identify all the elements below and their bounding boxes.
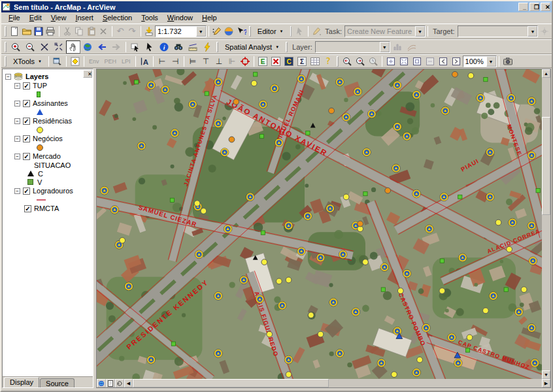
menu-item-window[interactable]: Window [163,13,197,22]
scroll-left-icon[interactable]: ◀ [124,379,133,387]
arccatalog-button[interactable] [223,25,235,38]
open-button[interactable] [20,25,32,38]
find-button[interactable] [171,41,186,54]
zoom-next-button[interactable] [354,56,367,67]
hyperlink-button[interactable] [200,41,214,54]
xtools-target-button[interactable] [69,56,82,67]
page-back-button[interactable] [437,56,450,67]
select-features-button[interactable] [128,41,142,54]
pan-zoom-1-button[interactable] [384,56,397,67]
layer-resid-ncias-label[interactable]: Residências [33,117,72,125]
edit-tool-3-button[interactable]: ⊨ [186,56,199,67]
measure-button[interactable] [186,41,200,54]
select-elements-button[interactable] [142,41,157,54]
tab-display[interactable]: Display [4,377,39,387]
menu-item-view[interactable]: View [46,13,71,22]
layer-logradouros-checkbox[interactable]: ✓ [23,188,30,195]
toolbar-grip[interactable] [249,26,251,37]
xtools-menu-button[interactable]: XTools [8,55,46,68]
raster-e-button[interactable]: E [256,56,269,67]
zoom-percent-combo[interactable]: 100%▼ [463,56,497,67]
toolbar-grip[interactable] [337,56,339,67]
expand-collapse-icon[interactable]: − [14,154,20,159]
pan-zoom-3-button[interactable] [411,56,424,67]
label-tool-button[interactable]: A [138,56,151,67]
layer-tup-label[interactable]: TUP [33,82,47,90]
toolbar-grip[interactable] [286,42,288,52]
layout-view-button[interactable] [106,379,115,387]
expand-collapse-icon[interactable]: − [14,83,20,89]
fixed-zoom-in-button[interactable] [37,41,52,54]
editor-toolbar-button[interactable] [211,25,223,38]
edit-tool-2-button[interactable]: ⊣ [169,56,182,67]
vscroll-thumb[interactable] [542,117,550,215]
tab-source[interactable]: Source [40,378,75,387]
expand-collapse-icon[interactable]: − [14,136,20,142]
toc-close-icon[interactable]: ✕ [83,70,92,78]
menu-item-insert[interactable]: Insert [71,13,98,22]
xtools-window-button[interactable] [51,56,64,67]
identify-button[interactable]: i [157,41,171,54]
minimize-button[interactable]: _ [518,3,528,11]
zoom-in-button[interactable] [8,41,23,54]
layer-rmcta-checkbox[interactable]: ✓ [24,205,31,212]
layer-mercado-label[interactable]: Mercado [33,152,61,160]
refresh-view-button[interactable] [115,379,124,387]
edit-tool-5-button[interactable]: ⊥ [212,56,226,67]
go-back-extent-button[interactable] [95,41,109,54]
map-horizontal-scrollbar[interactable]: ◀ ▶ [97,379,550,387]
toolbar-grip[interactable] [216,42,218,52]
crosshair-button[interactable] [239,56,252,67]
snapshot-button[interactable] [501,56,514,67]
raster-sigma-button[interactable]: Σ [295,56,309,67]
add-data-button[interactable] [143,25,155,38]
pan-zoom-2-button[interactable] [397,56,411,67]
toolbar-grip[interactable] [5,42,7,52]
raster-c-button[interactable]: C [282,56,295,67]
scroll-right-icon[interactable]: ▶ [542,379,550,387]
layer-assinantes-checkbox[interactable]: ✓ [23,100,30,107]
zoom-last-button[interactable] [341,56,354,67]
layer-tup-checkbox[interactable]: ✓ [23,82,30,90]
toolbar-grip[interactable] [290,26,292,37]
toolbar-grip[interactable] [5,26,7,37]
menu-item-edit[interactable]: Edit [25,13,46,22]
edit-tool-1-button[interactable]: ⊢ [156,56,169,67]
scroll-up-icon[interactable]: ▲ [542,69,550,78]
layer-assinantes-label[interactable]: Assinantes [33,99,68,107]
menu-item-file[interactable]: File [4,13,25,22]
map-vertical-scrollbar[interactable]: ▲ ▼ [542,69,550,379]
menu-item-help[interactable]: Help [197,13,222,22]
expand-collapse-icon[interactable]: − [14,118,20,124]
page-forward-button[interactable] [450,56,463,67]
layer-rmcta-label[interactable]: RMCTA [34,204,59,212]
data-view-button[interactable] [97,379,106,387]
layer-mercado-checkbox[interactable]: ✓ [23,153,30,160]
map-scale-combo[interactable]: 1:1.732▼ [155,25,207,37]
expand-collapse-icon[interactable]: − [14,101,20,106]
scroll-down-icon[interactable]: ▼ [542,370,550,379]
raster-table-button[interactable] [309,56,322,67]
save-button[interactable] [33,25,44,38]
whats-this-help-button[interactable]: ? [235,25,247,38]
close-button[interactable]: ✕ [541,3,550,11]
fixed-zoom-out-button[interactable] [52,41,66,54]
layer-neg-cios-checkbox[interactable]: ✓ [23,135,30,142]
layer-neg-cios-label[interactable]: Negócios [33,135,63,142]
restore-button[interactable]: ❐ [529,3,539,11]
chevron-down-icon[interactable]: ▼ [196,26,206,37]
raster-x-button[interactable] [269,56,282,67]
chevron-down-icon[interactable]: ▼ [486,56,496,67]
spatial-analyst-menu-button[interactable]: Spatial Analyst [220,41,284,54]
edit-tool-4-button[interactable]: ⊤ [199,56,212,67]
toolbar-grip[interactable] [5,56,7,67]
new-map-button[interactable] [8,25,20,38]
menu-item-selection[interactable]: Selection [98,13,137,22]
xtools-help-button[interactable]: ? [322,56,335,67]
map-view[interactable]: JACINTA ANTUNES DA SILVAJOÃO ANTONIO XAV… [97,69,542,379]
hscroll-thumb[interactable] [133,379,329,387]
pan-button[interactable] [66,41,80,54]
menu-item-tools[interactable]: Tools [137,13,163,22]
editor-menu-button[interactable]: Editor [253,25,288,38]
print-button[interactable] [44,25,56,38]
